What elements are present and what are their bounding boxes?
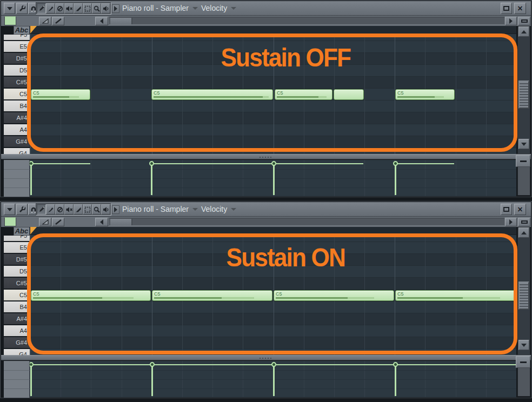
chevron-down-icon[interactable] xyxy=(192,208,198,211)
piano-key-G#4[interactable]: G#4 xyxy=(4,337,30,349)
velocity-stem[interactable] xyxy=(395,365,396,396)
velocity-stem[interactable] xyxy=(151,164,152,195)
piano-key-C#5[interactable]: C#5 xyxy=(4,278,30,289)
target-control-label[interactable]: Velocity xyxy=(201,205,227,213)
paint-tool-button[interactable] xyxy=(46,204,55,215)
maximize-button[interactable] xyxy=(501,3,512,14)
horizontal-scrollbar-thumb[interactable] xyxy=(110,18,132,24)
portamento-button[interactable] xyxy=(52,218,64,226)
scroll-down-button[interactable] xyxy=(518,139,529,149)
mute-tool-button[interactable] xyxy=(64,204,74,215)
velocity-stem[interactable] xyxy=(273,164,275,195)
title-bar[interactable]: Piano roll - SamplerVelocity × xyxy=(1,202,531,217)
note-color-swatch[interactable] xyxy=(4,16,16,25)
velocity-stem[interactable] xyxy=(395,164,396,195)
velocity-node-handle[interactable] xyxy=(271,161,276,166)
piano-key-B4[interactable]: B4 xyxy=(4,302,30,313)
scroll-right-button[interactable] xyxy=(505,17,517,25)
note[interactable]: C5 xyxy=(151,89,273,100)
piano-key-C5[interactable]: C5 xyxy=(4,89,30,100)
scroll-up-button[interactable] xyxy=(518,227,529,238)
piano-key-D#5[interactable]: D#5 xyxy=(4,53,30,64)
slice-tool-button[interactable] xyxy=(74,3,83,14)
piano-key-B4[interactable]: B4 xyxy=(4,100,30,112)
close-button[interactable]: × xyxy=(514,3,526,14)
draw-tool-button[interactable] xyxy=(37,3,46,14)
panel-select-button[interactable] xyxy=(518,218,530,226)
velocity-stem[interactable] xyxy=(30,365,32,396)
velocity-node-handle[interactable] xyxy=(393,362,398,367)
chevron-down-icon[interactable] xyxy=(192,7,198,10)
panel-arrow-button[interactable] xyxy=(112,205,119,214)
options-dropdown-button[interactable] xyxy=(4,204,15,215)
zoom-tool-button[interactable] xyxy=(92,204,101,215)
vertical-scrollbar[interactable] xyxy=(517,26,530,154)
panel-arrow-button[interactable] xyxy=(112,4,119,13)
vertical-scrollbar-thumb[interactable] xyxy=(518,282,529,310)
delete-tool-button[interactable] xyxy=(55,3,64,14)
mute-tool-button[interactable] xyxy=(64,3,74,14)
velocity-grid[interactable] xyxy=(30,361,516,398)
velocity-splitter[interactable] xyxy=(1,355,531,360)
horizontal-scrollbar-thumb[interactable] xyxy=(110,219,132,225)
draw-tool-button[interactable] xyxy=(37,204,46,215)
title-bar[interactable]: Piano roll - SamplerVelocity × xyxy=(1,1,531,16)
piano-key-F5[interactable]: F5 xyxy=(4,236,30,242)
grid[interactable]: C5C5C5C5 xyxy=(30,227,516,355)
slice-tool-button[interactable] xyxy=(74,204,83,215)
note[interactable]: C5 xyxy=(274,290,394,301)
horizontal-scrollbar[interactable] xyxy=(109,218,504,226)
piano-key-A4[interactable]: A4 xyxy=(4,124,30,136)
piano-key-C#5[interactable]: C#5 xyxy=(4,77,30,88)
piano-key-D#5[interactable]: D#5 xyxy=(4,254,30,265)
velocity-node-handle[interactable] xyxy=(271,362,276,367)
close-button[interactable]: × xyxy=(514,204,526,215)
portamento-button[interactable] xyxy=(52,17,64,25)
velocity-stem[interactable] xyxy=(151,365,153,396)
chevron-down-icon[interactable] xyxy=(231,208,236,211)
note[interactable]: C5 xyxy=(395,89,455,100)
timeline-marker-icon[interactable] xyxy=(30,26,37,34)
options-dropdown-button[interactable] xyxy=(4,3,15,14)
select-tool-button[interactable] xyxy=(83,204,92,215)
note[interactable]: C5 xyxy=(275,89,332,100)
piano-key-D5[interactable]: D5 xyxy=(4,266,30,277)
horizontal-scrollbar[interactable] xyxy=(109,17,504,25)
note[interactable]: C5 xyxy=(395,290,516,301)
timeline[interactable] xyxy=(30,26,516,34)
grid[interactable]: C5C5C5C5 xyxy=(30,26,516,154)
velocity-splitter[interactable] xyxy=(1,154,531,159)
note[interactable]: C5 xyxy=(31,290,151,301)
timeline-marker-icon[interactable] xyxy=(30,227,37,234)
velocity-stem[interactable] xyxy=(30,164,32,195)
select-tool-button[interactable] xyxy=(83,3,92,14)
scroll-left-button[interactable] xyxy=(95,17,108,25)
piano-key-E5[interactable]: E5 xyxy=(4,41,30,52)
note[interactable]: C5 xyxy=(31,89,90,100)
vertical-scrollbar-thumb[interactable] xyxy=(518,81,529,109)
piano-key-A#4[interactable]: A#4 xyxy=(4,112,30,124)
piano-key-E5[interactable]: E5 xyxy=(4,242,30,253)
piano-key-G4[interactable]: G4 xyxy=(4,148,30,154)
note[interactable] xyxy=(334,89,364,100)
velocity-node-handle[interactable] xyxy=(393,161,398,166)
vertical-scrollbar[interactable] xyxy=(517,227,530,355)
note[interactable]: C5 xyxy=(152,290,272,301)
velocity-node-handle[interactable] xyxy=(30,362,34,367)
piano-key-G4[interactable]: G4 xyxy=(4,349,30,355)
scroll-left-button[interactable] xyxy=(95,218,108,226)
zoom-tool-button[interactable] xyxy=(92,3,101,14)
target-control-label[interactable]: Velocity xyxy=(201,4,227,12)
panel-select-button[interactable] xyxy=(518,17,530,25)
piano-key-A#4[interactable]: A#4 xyxy=(4,313,30,325)
scroll-up-button[interactable] xyxy=(518,26,529,37)
piano-key-C5[interactable]: C5 xyxy=(4,290,30,301)
collapse-panel-button[interactable] xyxy=(516,155,530,167)
chevron-down-icon[interactable] xyxy=(231,7,236,10)
note-color-swatch[interactable] xyxy=(4,217,16,226)
velocity-stem[interactable] xyxy=(273,365,275,396)
maximize-button[interactable] xyxy=(501,204,512,215)
slide-button[interactable] xyxy=(39,17,51,25)
collapse-panel-button[interactable] xyxy=(516,356,530,368)
velocity-grid[interactable] xyxy=(30,160,516,197)
